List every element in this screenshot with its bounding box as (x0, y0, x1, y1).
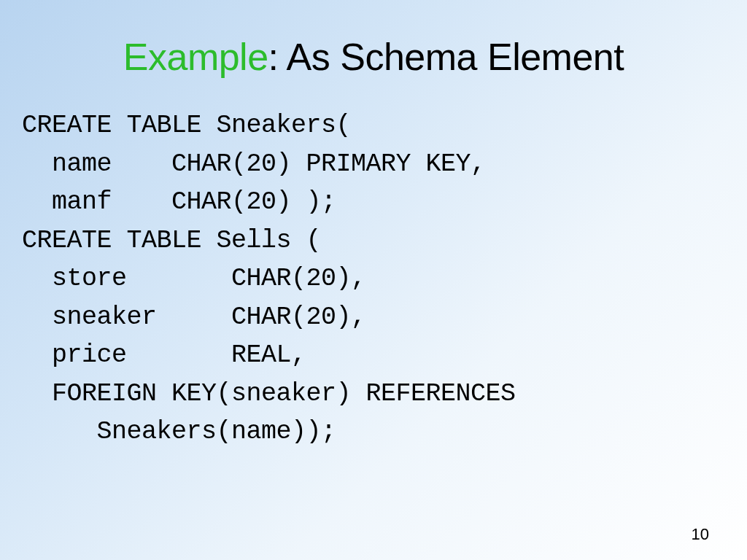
title-highlight: Example (123, 36, 268, 78)
code-line: CREATE TABLE Sneakers( (22, 106, 725, 145)
code-line: name CHAR(20) PRIMARY KEY, (22, 145, 725, 184)
code-line: FOREIGN KEY(sneaker) REFERENCES (22, 375, 725, 413)
code-line: store CHAR(20), (22, 260, 725, 298)
code-line: CREATE TABLE Sells ( (22, 222, 725, 260)
page-number: 10 (692, 525, 709, 544)
title-rest: : As Schema Element (268, 36, 624, 78)
code-line: manf CHAR(20) ); (22, 183, 725, 222)
slide-container: Example: As Schema Element CREATE TABLE … (0, 0, 747, 560)
slide-title: Example: As Schema Element (22, 35, 725, 79)
code-line: Sneakers(name)); (22, 413, 725, 451)
code-line: price REAL, (22, 336, 725, 375)
sql-code-block: CREATE TABLE Sneakers( name CHAR(20) PRI… (22, 106, 725, 451)
code-line: sneaker CHAR(20), (22, 298, 725, 337)
